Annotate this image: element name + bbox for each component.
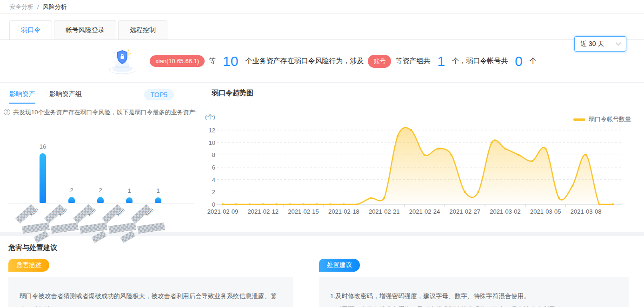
bar bbox=[40, 153, 46, 203]
bar-value-label: 1 bbox=[149, 187, 167, 194]
asset-badge: xian(10.65.66.1) bbox=[150, 55, 205, 67]
period-select-value: 近 30 天 bbox=[580, 40, 604, 48]
svg-text:2021-02-18: 2021-02-18 bbox=[328, 208, 359, 215]
bar bbox=[68, 197, 75, 203]
suggestion-badge: 处置建议 bbox=[319, 259, 360, 272]
svg-text:0: 0 bbox=[212, 201, 215, 208]
summary-text: 等 bbox=[209, 57, 216, 65]
bar bbox=[155, 197, 161, 203]
top5-bar-chart: 16xian2xian2xian1xian1xian bbox=[0, 120, 203, 232]
period-select[interactable]: 近 30 天 bbox=[574, 36, 626, 52]
trend-chart-title: 弱口令趋势图 bbox=[212, 89, 253, 98]
svg-text:12: 12 bbox=[209, 127, 215, 134]
advice-heading: 危害与处置建议 bbox=[8, 243, 632, 252]
summary-text: 个，弱口令帐号共 bbox=[452, 57, 508, 65]
trend-panel: 弱口令趋势图 弱口令帐号数量 024681012(个)2021-02-09202… bbox=[203, 83, 644, 232]
top5-badge: TOP5 bbox=[144, 89, 174, 100]
svg-text:(个): (个) bbox=[205, 113, 215, 120]
svg-text:2021-02-21: 2021-02-21 bbox=[369, 208, 400, 215]
suggestion-box: 1.及时修改密码，增强密码强度，建议字母、数字、特殊字符混合使用。 2.对于弱口… bbox=[319, 277, 629, 307]
bar-value-label: 1 bbox=[120, 187, 139, 194]
tab-weak-password[interactable]: 弱口令 bbox=[9, 20, 52, 39]
breadcrumb-item-risk-analysis: 风险分析 bbox=[43, 3, 67, 11]
asset-group-badge: 账号 bbox=[368, 55, 391, 68]
bar-value-label: 2 bbox=[91, 187, 110, 194]
harm-description-badge: 危害描述 bbox=[8, 259, 49, 272]
svg-text:10: 10 bbox=[209, 139, 215, 146]
help-icon: ? bbox=[4, 109, 10, 115]
svg-text:2021-02-12: 2021-02-12 bbox=[248, 208, 279, 215]
impact-assets-description: 共发现10个业务资产存在弱口令风险，以下是弱口令最多的业务资产: bbox=[13, 108, 197, 117]
tab-bar: 弱口令 帐号风险登录 远程控制 近 30 天 bbox=[0, 14, 644, 40]
summary-text: 个业务资产存在弱口令风险行为，涉及 bbox=[245, 57, 364, 65]
tab-impact-assets[interactable]: 影响资产 bbox=[9, 90, 35, 104]
tab-account-risk-login[interactable]: 帐号风险登录 bbox=[54, 20, 116, 39]
shield-lock-illustration-icon bbox=[107, 46, 137, 77]
svg-text:2021-03-08: 2021-03-08 bbox=[571, 208, 602, 215]
tab-remote-control[interactable]: 远程控制 bbox=[118, 20, 167, 39]
breadcrumb: 安全分析 / 风险分析 bbox=[0, 0, 644, 14]
summary-text: 个 bbox=[530, 57, 537, 65]
svg-text:2021-02-27: 2021-02-27 bbox=[449, 208, 480, 215]
impact-assets-panel: 影响资产 影响资产组 TOP5 ? 共发现10个业务资产存在弱口令风险，以下是弱… bbox=[0, 83, 203, 232]
svg-text:6: 6 bbox=[212, 164, 215, 171]
svg-text:2021-02-24: 2021-02-24 bbox=[409, 208, 440, 215]
svg-text:2021-02-09: 2021-02-09 bbox=[207, 208, 239, 215]
svg-text:2: 2 bbox=[212, 189, 215, 196]
breadcrumb-separator: / bbox=[37, 3, 39, 10]
redaction-mosaic bbox=[137, 222, 165, 234]
svg-text:2021-03-02: 2021-03-02 bbox=[490, 208, 521, 215]
weak-account-count: 0 bbox=[515, 54, 523, 68]
bar bbox=[97, 197, 104, 203]
svg-text:2021-02-15: 2021-02-15 bbox=[288, 208, 319, 215]
harm-description-box: 弱口令被攻击者猜测或者爆破成功的风险极大，被攻击者利用后会导致业务系统信息泄露、… bbox=[8, 277, 293, 307]
harm-description-text: 弱口令被攻击者猜测或者爆破成功的风险极大，被攻击者利用后会导致业务系统信息泄露、… bbox=[20, 293, 277, 307]
main-panels: 影响资产 影响资产组 TOP5 ? 共发现10个业务资产存在弱口令风险，以下是弱… bbox=[0, 83, 644, 232]
suggestion-line: 1.及时修改密码，增强密码强度，建议字母、数字、特殊字符混合使用。 bbox=[330, 289, 617, 303]
chevron-down-icon bbox=[616, 42, 621, 46]
advice-section: 危害与处置建议 危害描述 弱口令被攻击者猜测或者爆破成功的风险极大，被攻击者利用… bbox=[0, 236, 644, 307]
group-count: 1 bbox=[437, 54, 445, 68]
tab-impact-asset-groups[interactable]: 影响资产组 bbox=[49, 90, 82, 104]
bar-value-label: 2 bbox=[62, 187, 81, 194]
svg-text:8: 8 bbox=[212, 151, 215, 158]
trend-line-chart: 024681012(个)2021-02-092021-02-122021-02-… bbox=[203, 112, 640, 226]
redaction-mosaic bbox=[51, 222, 79, 234]
bar bbox=[126, 197, 133, 203]
bar-chart-axis bbox=[8, 203, 195, 203]
svg-text:2021-03-05: 2021-03-05 bbox=[530, 208, 561, 215]
summary-row: xian(10.65.66.1) 等 10 个业务资产存在弱口令风险行为，涉及 … bbox=[0, 40, 644, 83]
asset-count: 10 bbox=[223, 54, 238, 68]
summary-text: 等资产组共 bbox=[395, 57, 430, 65]
suggestion-line: 2.对于弱口令较多的业务系统，及时上线强制性的密码校验能力，避免被攻击利用。 bbox=[330, 303, 617, 307]
svg-text:4: 4 bbox=[212, 176, 215, 183]
breadcrumb-item-security-analysis[interactable]: 安全分析 bbox=[9, 3, 33, 11]
bar-value-label: 16 bbox=[33, 143, 52, 150]
